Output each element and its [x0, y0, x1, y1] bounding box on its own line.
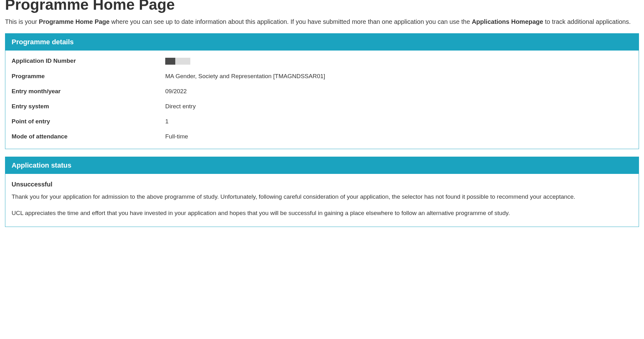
detail-row-entry-month: Entry month/year 09/2022	[12, 88, 632, 95]
programme-details-body: Application ID Number Programme MA Gende…	[5, 51, 639, 149]
programme-label: Programme	[12, 73, 165, 80]
entry-month-label: Entry month/year	[12, 88, 165, 95]
status-heading: Unsuccessful	[12, 181, 632, 188]
detail-row-app-id: Application ID Number	[12, 57, 632, 65]
app-id-value	[165, 57, 190, 65]
mode-label: Mode of attendance	[12, 133, 165, 140]
mode-value: Full-time	[165, 133, 188, 140]
point-of-entry-value: 1	[165, 118, 169, 125]
application-status-panel: Application status Unsuccessful Thank yo…	[5, 157, 639, 227]
intro-bold-2: Applications Homepage	[472, 18, 543, 25]
point-of-entry-label: Point of entry	[12, 118, 165, 125]
entry-system-value: Direct entry	[165, 103, 196, 110]
detail-row-mode: Mode of attendance Full-time	[12, 133, 632, 140]
redacted-icon	[165, 58, 190, 65]
status-paragraph-2: UCL appreciates the time and effort that…	[12, 209, 632, 218]
intro-text-2: where you can see up to date information…	[109, 18, 472, 25]
intro-paragraph: This is your Programme Home Page where y…	[5, 17, 639, 26]
detail-row-point-of-entry: Point of entry 1	[12, 118, 632, 125]
programme-value: MA Gender, Society and Representation [T…	[165, 73, 325, 80]
programme-details-header: Programme details	[5, 34, 639, 51]
detail-row-programme: Programme MA Gender, Society and Represe…	[12, 73, 632, 80]
detail-row-entry-system: Entry system Direct entry	[12, 103, 632, 110]
intro-text-1: This is your	[5, 18, 39, 25]
intro-bold-1: Programme Home Page	[39, 18, 110, 25]
application-status-header: Application status	[5, 157, 639, 174]
intro-text-3: to track additional applications.	[543, 18, 631, 25]
entry-system-label: Entry system	[12, 103, 165, 110]
application-status-body: Unsuccessful Thank you for your applicat…	[5, 174, 639, 227]
programme-details-panel: Programme details Application ID Number …	[5, 33, 639, 149]
page-title: Programme Home Page	[5, 0, 639, 13]
status-paragraph-1: Thank you for your application for admis…	[12, 192, 632, 202]
entry-month-value: 09/2022	[165, 88, 187, 95]
app-id-label: Application ID Number	[12, 57, 165, 65]
